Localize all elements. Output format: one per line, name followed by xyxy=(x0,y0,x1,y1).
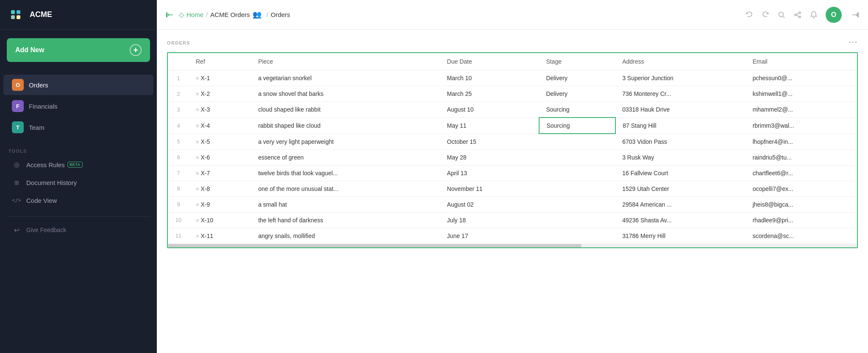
cell-stage[interactable] xyxy=(539,196,615,212)
cell-stage[interactable]: Sourcing xyxy=(539,102,615,118)
sidebar-item-financials[interactable]: F Financials xyxy=(3,96,153,116)
table-row[interactable]: 3≡ X-3cloud shaped like rabbitAugust 10S… xyxy=(168,102,857,118)
tools-section: TOOLS ◎ Access Rules BETA ⊞ Document His… xyxy=(0,142,157,213)
plus-icon: + xyxy=(130,44,142,56)
cell-due-date: November 11 xyxy=(440,181,540,196)
row-doc-icon: ≡ xyxy=(196,186,199,192)
orders-more-button[interactable]: ··· xyxy=(849,38,858,47)
redo-button[interactable] xyxy=(761,11,770,19)
orders-label: Orders xyxy=(29,81,48,89)
cell-ref: ≡ X-1 xyxy=(189,70,251,86)
undo-button[interactable] xyxy=(745,11,754,19)
cell-stage[interactable]: Delivery xyxy=(539,86,615,102)
cell-address: 49236 Shasta Av... xyxy=(615,212,746,228)
cell-address: 87 Stang Hill xyxy=(615,118,746,134)
table-row[interactable]: 10≡ X-10the left hand of darknessJuly 18… xyxy=(168,212,857,228)
breadcrumb-sep-1: / xyxy=(206,11,208,18)
orders-section-label: ORDERS ··· xyxy=(167,38,858,47)
row-doc-icon: ≡ xyxy=(196,233,199,239)
cell-num: 7 xyxy=(168,165,189,181)
cell-num: 10 xyxy=(168,212,189,228)
orders-icon: O xyxy=(12,79,24,91)
table-scrollbar-track[interactable] xyxy=(168,244,857,247)
breadcrumb: ◇ Home / ACME Orders 👥 / Orders xyxy=(179,10,745,19)
cell-stage[interactable] xyxy=(539,228,615,244)
row-doc-icon: ≡ xyxy=(196,123,199,129)
feedback-icon: ↩ xyxy=(12,225,21,235)
add-new-button[interactable]: Add New + xyxy=(7,38,150,62)
cell-email: jheis8@bigca... xyxy=(746,196,857,212)
cell-piece: a snow shovel that barks xyxy=(251,86,440,102)
cell-stage[interactable] xyxy=(539,149,615,165)
financials-icon: F xyxy=(12,100,24,112)
breadcrumb-acme-orders[interactable]: ACME Orders xyxy=(210,11,250,18)
cell-email: raindriu5@tu... xyxy=(746,149,857,165)
cell-piece: a vegetarian snorkel xyxy=(251,70,440,86)
cell-stage[interactable] xyxy=(539,212,615,228)
cell-num: 1 xyxy=(168,70,189,86)
sidebar-item-team[interactable]: T Team xyxy=(3,117,153,137)
table-row[interactable]: 4≡ X-4rabbit shaped like cloudMay 11Sour… xyxy=(168,118,857,134)
collapse-right-button[interactable] xyxy=(851,11,860,19)
cell-address: 736 Monterey Cr... xyxy=(615,86,746,102)
breadcrumb-orders[interactable]: Orders xyxy=(271,11,290,18)
col-due-date: Due Date xyxy=(440,53,540,70)
cell-num: 9 xyxy=(168,196,189,212)
collapse-left-button[interactable] xyxy=(165,11,174,19)
cell-num: 3 xyxy=(168,102,189,118)
cell-address: 29584 American ... xyxy=(615,196,746,212)
table-row[interactable]: 9≡ X-9a small hatAugust 0229584 American… xyxy=(168,196,857,212)
table-row[interactable]: 6≡ X-6essence of greenMay 283 Rusk Wayra… xyxy=(168,149,857,165)
cell-ref: ≡ X-11 xyxy=(189,228,251,244)
access-rules-icon: ◎ xyxy=(12,160,21,169)
notifications-button[interactable] xyxy=(810,11,818,19)
share-button[interactable] xyxy=(793,11,802,19)
cell-piece: a small hat xyxy=(251,196,440,212)
add-new-label: Add New xyxy=(15,46,44,54)
cell-stage[interactable]: Delivery xyxy=(539,70,615,86)
cell-address: 3 Rusk Way xyxy=(615,149,746,165)
cell-address: 31786 Merry Hill xyxy=(615,228,746,244)
search-button[interactable] xyxy=(777,11,786,19)
table-row[interactable]: 5≡ X-5a very very light paperweightOctob… xyxy=(168,134,857,149)
tool-item-document-history[interactable]: ⊞ Document History xyxy=(8,174,148,191)
cell-piece: essence of green xyxy=(251,149,440,165)
team-icon: T xyxy=(12,121,24,133)
table-row[interactable]: 2≡ X-2a snow shovel that barksMarch 25De… xyxy=(168,86,857,102)
table-row[interactable]: 7≡ X-7twelve birds that look vaguel...Ap… xyxy=(168,165,857,181)
topbar: ◇ Home / ACME Orders 👥 / Orders xyxy=(157,0,868,30)
col-email: Email xyxy=(746,53,857,70)
breadcrumb-home[interactable]: Home xyxy=(186,11,203,18)
content-area: ORDERS ··· Ref Piece Due Date Stage Addr… xyxy=(157,30,868,353)
tool-item-access-rules[interactable]: ◎ Access Rules BETA xyxy=(8,156,148,173)
svg-rect-10 xyxy=(857,12,859,17)
cell-stage[interactable]: Sourcing xyxy=(539,118,615,134)
feedback-label: Give Feedback xyxy=(26,227,66,233)
main-content: ◇ Home / ACME Orders 👥 / Orders xyxy=(157,0,868,353)
cell-stage[interactable] xyxy=(539,165,615,181)
sidebar-item-orders[interactable]: O Orders xyxy=(3,75,153,95)
table-row[interactable]: 8≡ X-8one of the more unusual stat...Nov… xyxy=(168,181,857,196)
home-icon: ◇ xyxy=(179,11,184,19)
table-row[interactable]: 1≡ X-1a vegetarian snorkelMarch 10Delive… xyxy=(168,70,857,86)
cell-ref: ≡ X-2 xyxy=(189,86,251,102)
beta-badge: BETA xyxy=(67,162,83,168)
cell-email: scordena@sc... xyxy=(746,228,857,244)
table-scrollbar-thumb[interactable] xyxy=(168,244,581,247)
cell-piece: twelve birds that look vaguel... xyxy=(251,165,440,181)
orders-tbody: 1≡ X-1a vegetarian snorkelMarch 10Delive… xyxy=(168,70,857,244)
user-avatar[interactable]: O xyxy=(826,7,842,23)
row-doc-icon: ≡ xyxy=(196,75,199,81)
svg-line-3 xyxy=(783,16,785,18)
cell-email: pchessun0@... xyxy=(746,70,857,86)
cell-stage[interactable] xyxy=(539,181,615,196)
code-view-icon: </> xyxy=(12,196,21,205)
tool-item-code-view[interactable]: </> Code View xyxy=(8,192,148,209)
feedback-item[interactable]: ↩ Give Feedback xyxy=(3,221,153,239)
svg-line-8 xyxy=(796,15,799,17)
cell-stage[interactable] xyxy=(539,134,615,149)
cell-piece: cloud shaped like rabbit xyxy=(251,102,440,118)
tools-label: TOOLS xyxy=(8,148,148,154)
table-row[interactable]: 11≡ X-11angry snails, mollifiedJune 1731… xyxy=(168,228,857,244)
cell-due-date: April 13 xyxy=(440,165,540,181)
